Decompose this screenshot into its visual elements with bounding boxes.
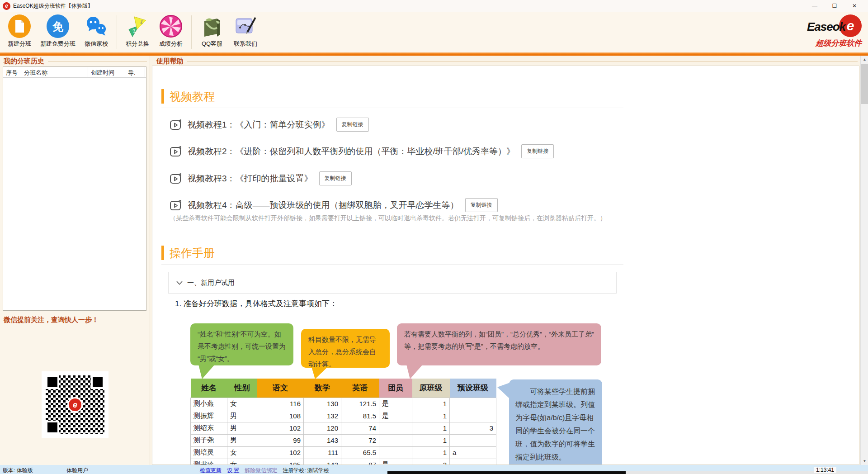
table-cell [379, 446, 412, 459]
scroll-down-icon[interactable]: ▼ [861, 457, 868, 465]
toolbar-button-2[interactable]: 免 新建免费分班 [36, 14, 80, 48]
table-cell: 1 [412, 410, 450, 422]
video-tutorial-label: 视频教程2：《进阶：保留列和人数平衡列的使用（平衡：毕业校/班干部/优秀率等）》 [188, 146, 515, 157]
points-exchange-icon: 21 [125, 14, 150, 39]
accent-divider [0, 52, 868, 56]
sample-column-header: 原班级 [412, 379, 450, 398]
sample-data-table: 姓名性别语文数学英语团员原班级预设班级测小燕女116130121.5是1测振辉男… [190, 379, 496, 465]
table-cell: 男 [227, 422, 257, 434]
scrollbar-thumb[interactable] [861, 64, 868, 104]
toolbar-button-6[interactable]: QQ客服 [195, 14, 229, 48]
table-cell: 105 [257, 459, 304, 465]
table-cell: 65.5 [341, 446, 379, 459]
wechat-tip-title: 微信提前关注，查询快人一步！ [0, 314, 150, 324]
table-cell: 是 [379, 398, 412, 410]
vertical-scrollbar[interactable]: ▲ ▼ [860, 56, 868, 465]
copy-link-button[interactable]: 复制链接 [319, 171, 352, 185]
table-cell: 143 [304, 459, 341, 465]
copy-link-button[interactable]: 复制链接 [336, 118, 369, 132]
toolbar-button-4[interactable]: 21 积分兑换 [121, 14, 154, 48]
table-cell: 男 [227, 410, 257, 422]
table-cell: 测小燕 [191, 398, 227, 410]
help-panel-title: 使用帮助 [150, 56, 860, 66]
table-cell: 143 [304, 434, 341, 446]
table-cell: 132 [304, 410, 341, 422]
table-cell [450, 410, 496, 422]
check-update-link[interactable]: 检查更新 [200, 467, 222, 474]
wechat-school-icon [84, 14, 109, 39]
table-cell: 女 [227, 446, 257, 459]
background-timestamp: 1:13:41 [814, 467, 836, 473]
sample-column-header: 英语 [341, 379, 379, 398]
table-cell [450, 434, 496, 446]
app-window: e EaseOK超级分班软件【体验版】 — ☐ ✕ 新建分班 免 新建免费分班 … [0, 0, 868, 474]
table-cell: 116 [257, 398, 304, 410]
toolbar-button-5[interactable]: 成绩分析 [154, 14, 188, 48]
table-cell: 1 [412, 434, 450, 446]
sample-column-header: 姓名 [191, 379, 227, 398]
toolbar-button-7[interactable]: 联系我们 [229, 14, 262, 48]
contact-us-icon [233, 14, 258, 39]
table-cell [450, 459, 496, 465]
brand-subtitle: 超级分班软件 [794, 38, 862, 48]
table-cell: 是 [379, 410, 412, 422]
scroll-up-icon[interactable]: ▲ [861, 56, 868, 63]
sample-column-header: 预设班级 [450, 379, 496, 398]
brand-logo: e Easeok 超级分班软件 [794, 14, 862, 48]
minimize-button[interactable]: — [805, 0, 825, 12]
toolbar-button-3[interactable]: 微信家校 [80, 14, 113, 48]
qq-support-icon [199, 14, 225, 39]
callout-subjects: 科目数量不限，无需导入总分，总分系统会自动计算。 [301, 329, 390, 368]
table-cell: 测书珍 [191, 459, 227, 465]
close-button[interactable]: ✕ [844, 0, 864, 12]
history-column-header[interactable]: 序号 [3, 67, 21, 78]
table-row: 测培灵女10211165.51a [191, 446, 496, 459]
history-column-header[interactable]: 导. [125, 67, 145, 78]
toolbar-button-1[interactable]: 新建分班 [3, 14, 36, 48]
table-cell: 102 [257, 446, 304, 459]
window-title: EaseOK超级分班软件【体验版】 [13, 2, 93, 10]
status-bar: 版本: 体验版 体验用户 检查更新 设 置 解除微信绑定 注册学校: 测试学校 … [0, 465, 868, 474]
table-cell: 102 [257, 422, 304, 434]
sample-column-header: 数学 [304, 379, 341, 398]
registered-school-label: 注册学校: 测试学校 [283, 467, 329, 474]
table-cell: 3 [450, 422, 496, 434]
table-cell: 是 [379, 459, 412, 465]
table-cell: 女 [227, 398, 257, 410]
video-tutorial-label: 视频教程1：《入门：简单分班实例》 [188, 119, 330, 131]
settings-link[interactable]: 设 置 [227, 467, 239, 474]
history-column-header[interactable]: 分班名称 [21, 67, 88, 78]
table-cell: 81.5 [341, 410, 379, 422]
accordion-new-user-trial[interactable]: 一、新用户试用 [168, 272, 617, 294]
help-content: 视频教程 视频教程1：《入门：简单分班实例》 复制链接 视频教程2：《进阶：保留… [152, 66, 859, 465]
table-cell [379, 434, 412, 446]
table-cell: 72 [341, 434, 379, 446]
version-label: 版本: 体验版 [3, 467, 33, 474]
sample-column-header: 团员 [379, 379, 412, 398]
callout-preset-class: 可将某些学生提前捆绑或指定到某班级。列值为字母(如a/b/c)且字母相同的学生会… [509, 379, 602, 465]
help-panel: 使用帮助 视频教程 视频教程1：《入门：简单分班实例》 复制链接 [150, 56, 860, 465]
video-tutorial-label: 视频教程4：高级——预设班级的使用（捆绑双胞胎，叉开早恋学生等） [188, 199, 459, 211]
history-column-header[interactable]: 创建时间 [88, 67, 125, 78]
table-cell [450, 398, 496, 410]
table-cell: 74 [341, 422, 379, 434]
table-row: 测绍东男1021207413 [191, 422, 496, 434]
unbind-wechat-link[interactable]: 解除微信绑定 [245, 467, 277, 474]
svg-text:免: 免 [52, 20, 64, 33]
brand-name: Easeok [807, 20, 845, 34]
table-cell: 测绍东 [191, 422, 227, 434]
table-cell: 测培灵 [191, 446, 227, 459]
sample-column-header: 语文 [257, 379, 304, 398]
maximize-button[interactable]: ☐ [825, 0, 844, 12]
copy-link-button[interactable]: 复制链接 [465, 198, 498, 212]
copy-link-button[interactable]: 复制链接 [521, 144, 554, 158]
table-cell: 1 [412, 398, 450, 410]
table-cell: 2 [412, 459, 450, 465]
history-table[interactable]: 序号分班名称创建时间导. [3, 66, 146, 311]
data-format-diagram: “姓名”和“性别”不可为空。如果不考虑性别，可统一设置为“男”或“女”。 科目数… [152, 310, 859, 465]
table-row: 测小燕女116130121.5是1 [191, 398, 496, 410]
video-tutorial-item: 视频教程4：高级——预设班级的使用（捆绑双胞胎，叉开早恋学生等） 复制链接 [170, 198, 498, 212]
callout-name-gender: “姓名”和“性别”不可为空。如果不考虑性别，可统一设置为“男”或“女”。 [190, 323, 293, 365]
background-window-sliver [387, 471, 626, 474]
video-play-icon [170, 200, 182, 211]
